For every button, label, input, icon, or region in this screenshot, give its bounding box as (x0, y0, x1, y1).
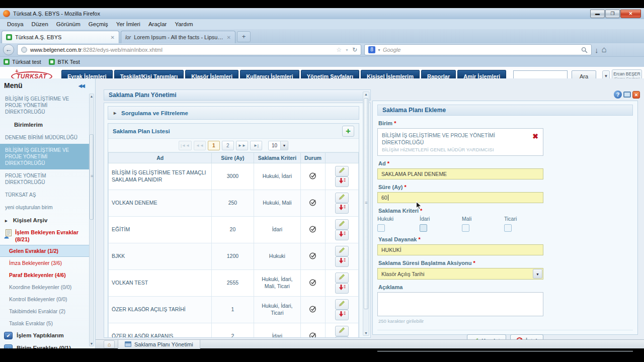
bookmark-turksat-test[interactable]: Türksat test (4, 59, 41, 65)
last-page-button[interactable]: ►| (250, 141, 262, 150)
sidebar-item[interactable]: Takibimdeki Evraklar (2) (0, 305, 90, 317)
checkbox-mali[interactable] (462, 224, 469, 232)
aciklama-textarea[interactable] (377, 292, 543, 316)
address-bar[interactable]: www.belgenet.com.tr:8282/edys-web/mainIn… (17, 44, 361, 55)
export-button[interactable] (335, 283, 349, 294)
export-button[interactable] (335, 256, 349, 267)
sure-input[interactable]: 60 (377, 192, 543, 203)
search-bar[interactable]: 8 ▼ Google (364, 44, 592, 55)
list-scrollbar[interactable]: ▲ ▼ (363, 92, 369, 336)
sidebar-item-label: Birim Evrakları (0/1) (17, 345, 71, 348)
dropdown-caret-icon[interactable]: ▼ (345, 48, 349, 52)
sidebar-item[interactable]: Paraf Bekleyenler (4/6) (0, 269, 90, 281)
checkbox-i̇dari[interactable] (420, 224, 427, 232)
sidebar-item[interactable]: PROJE YÖNETİM DİREKTÖRLÜĞÜ (0, 169, 90, 189)
add-plan-button[interactable]: + (342, 126, 354, 137)
back-button[interactable]: ← (3, 44, 14, 55)
minimize-button[interactable]: ▬ (590, 10, 605, 18)
menu-düzen[interactable]: Düzen (28, 20, 52, 28)
sidebar-scrollbar[interactable]: ▲ ▼ (89, 94, 94, 346)
sidebar-item[interactable]: İmza Bekleyenler (3/6) (0, 257, 90, 269)
dropdown-icon[interactable]: ▼ (280, 141, 288, 150)
menu-geçmiş[interactable]: Geçmiş (85, 20, 112, 28)
tab-ebys[interactable]: Türksat A.Ş. EBYS ✕ (2, 31, 119, 43)
tab-close-icon[interactable]: ✕ (227, 35, 231, 40)
next-page-button[interactable]: ►► (236, 141, 248, 150)
reload-icon[interactable]: ↻ (352, 46, 357, 53)
screen-icon[interactable] (623, 92, 631, 98)
home-icon[interactable]: ⌂ (602, 45, 607, 55)
sidebar-item[interactable]: ✔İşlem Yaptıklarım (0, 329, 90, 342)
help-icon[interactable]: ? (614, 90, 622, 99)
export-button[interactable] (335, 310, 349, 320)
export-button[interactable] (335, 230, 349, 240)
export-button[interactable] (335, 203, 349, 214)
bookmark-star-icon[interactable]: ☆ (336, 46, 342, 53)
sidebar-item[interactable]: Kontrol Bekleyenler (0/0) (0, 293, 90, 305)
menu-yer-i̇mleri[interactable]: Yer İmleri (112, 20, 144, 28)
aciklama-label: Açıklama (378, 284, 633, 290)
sidebar-item[interactable]: Koordine Bekleyenler (0/0) (0, 281, 90, 293)
checkbox-hukuki[interactable] (377, 224, 385, 232)
edit-button[interactable] (335, 219, 349, 230)
edit-button[interactable] (335, 166, 349, 176)
page-size-select[interactable]: 10▼ (268, 141, 288, 150)
scrollbar-thumb[interactable] (90, 134, 94, 220)
page-button-1[interactable]: 1 (208, 141, 220, 150)
tab-close-icon[interactable]: ✕ (111, 35, 115, 40)
menu-araçlar[interactable]: Araçlar (144, 20, 171, 28)
aksiyon-select[interactable]: Klasör Açılış Tarihi ▼ (377, 268, 543, 280)
prev-page-button[interactable]: ◄◄ (194, 141, 206, 150)
edit-button[interactable] (335, 299, 349, 310)
close-button[interactable]: ✕ (620, 10, 641, 18)
sidebar-item[interactable]: Taslak Evraklar (5) (0, 317, 90, 329)
sidebar-item-selected[interactable]: Gelen Evraklar (1/2) (0, 245, 90, 257)
taskbar-home-button[interactable]: ⌂ (104, 340, 115, 348)
yasal-input[interactable]: HUKUKİ (377, 244, 543, 255)
ad-input[interactable]: SAKLAMA PLANI DENEME (377, 168, 543, 179)
tab-lorem-ipsum[interactable]: lor Lorem Ipsum - All the facts - Lipsum… (121, 31, 235, 43)
engine-caret-icon[interactable]: ▼ (377, 48, 381, 52)
new-tab-button[interactable]: + (237, 31, 251, 42)
sidebar-item[interactable]: ▲Birim Evrakları (0/1) (0, 342, 90, 349)
scroll-down-icon[interactable]: ▼ (364, 331, 368, 335)
sidebar-item[interactable]: BİLİŞİM İŞ GELİŞTİRME VE PROJE YÖNETİMİ … (0, 93, 90, 118)
cell-kriter: Hukuki (254, 243, 301, 270)
scroll-down-icon[interactable]: ▼ (90, 342, 94, 345)
sidebar-section[interactable]: ▸ Kişisel Arşiv (0, 214, 90, 227)
first-page-button[interactable]: |◄◄ (179, 141, 192, 150)
sidebar-section[interactable]: Birimlerim (0, 118, 90, 131)
bookmark-btk-test[interactable]: BTK Test (49, 59, 79, 65)
checkbox-ticari[interactable] (504, 224, 512, 232)
downloads-icon[interactable]: ↓ (595, 46, 599, 54)
edit-button[interactable] (335, 193, 349, 203)
sidebar-collapse-icon[interactable]: ◀◀ (78, 83, 84, 88)
taskbar-tab[interactable]: Saklama Planı Yönetimi (118, 340, 200, 349)
sidebar-item-pending-docs[interactable]: İşlem Bekleyen Evraklar (8/21) (0, 227, 90, 245)
restore-button[interactable]: ❐ (605, 10, 620, 18)
page-button-2[interactable]: 2 (222, 141, 234, 150)
edit-button[interactable] (335, 273, 349, 283)
edit-button[interactable] (335, 326, 349, 336)
magnifier-icon[interactable] (581, 47, 588, 53)
select-dropdown-icon[interactable]: ▼ (533, 269, 542, 279)
sidebar-item[interactable]: yeni oluşturulan birim (0, 201, 90, 214)
scrollbar-thumb[interactable] (364, 98, 368, 309)
menu-dosya[interactable]: Dosya (3, 20, 28, 28)
edit-button[interactable] (335, 246, 349, 256)
birim-field[interactable]: BİLİŞİM İŞ GELİŞTİRME VE PROJE YÖNETİMİ … (377, 128, 543, 156)
sidebar-item-selected[interactable]: BİLİŞİM İŞ GELİŞTİRME VE PROJE YÖNETİMİ … (0, 144, 90, 169)
filter-toggle[interactable]: ▸ Sorgulama ve Filtreleme (108, 106, 359, 120)
export-button[interactable] (335, 176, 349, 187)
close-panel-icon[interactable]: ✕ (632, 91, 640, 99)
sidebar-item[interactable]: TÜRKSAT AŞ (0, 189, 90, 201)
menu-görünüm[interactable]: Görünüm (52, 20, 85, 28)
export-button[interactable] (335, 336, 349, 338)
scroll-up-icon[interactable]: ▲ (364, 93, 368, 96)
scroll-up-icon[interactable]: ▲ (90, 95, 94, 98)
char-limit-hint: 250 karakter girilebilir (378, 318, 633, 324)
text-cursor (388, 195, 388, 201)
clear-birim-icon[interactable]: ✖ (532, 132, 538, 140)
sidebar-item[interactable]: DENEME BİRİMİ MÜDÜRLÜĞÜ (0, 131, 90, 144)
menu-yardım[interactable]: Yardım (171, 20, 197, 28)
